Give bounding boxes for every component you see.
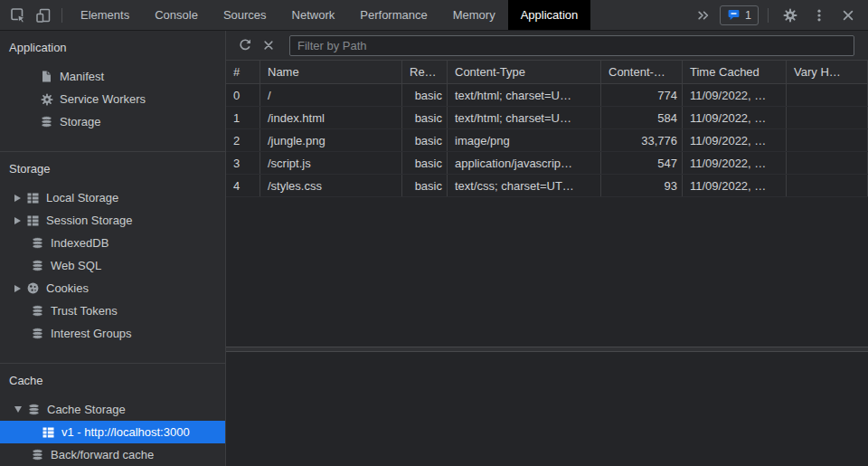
sidebar-item-v1-http-localhost-3000[interactable]: v1 - http://localhost:3000	[0, 421, 225, 443]
column-header-content[interactable]: Content-…	[601, 61, 683, 83]
close-icon[interactable]	[835, 3, 861, 28]
issues-count: 1	[745, 9, 751, 22]
database-icon	[31, 236, 44, 250]
cell: 3	[226, 152, 260, 174]
cell: 11/09/2022, …	[683, 107, 787, 128]
cell: text/html; charset=U…	[448, 84, 601, 106]
cell	[787, 129, 868, 151]
settings-gear-icon[interactable]	[778, 3, 803, 28]
section-title: Application	[0, 36, 225, 60]
more-tabs-icon[interactable]	[691, 3, 716, 28]
sidebar-item-label: Cookies	[46, 281, 89, 295]
table-header-row: #NameRe…Content-TypeContent-…Time Cached…	[226, 61, 868, 84]
triangle-right-icon[interactable]	[14, 195, 21, 202]
kebab-menu-icon[interactable]	[807, 3, 832, 28]
cell: 11/09/2022, …	[683, 175, 787, 196]
refresh-icon[interactable]	[233, 33, 257, 57]
tab-elements[interactable]: Elements	[68, 0, 142, 30]
cookie-icon	[26, 281, 40, 295]
triangle-right-icon[interactable]	[14, 217, 21, 224]
cell: 584	[601, 107, 683, 128]
cell: 11/09/2022, …	[683, 129, 787, 151]
sidebar-item-label: Service Workers	[60, 92, 146, 106]
clear-icon[interactable]	[257, 33, 280, 57]
table-row[interactable]: 3/script.jsbasicapplication/javascrip…54…	[226, 152, 868, 175]
sidebar-item-label: Web SQL	[51, 259, 101, 272]
sidebar-item-local-storage[interactable]: Local Storage	[0, 186, 225, 209]
column-header-name[interactable]: Name	[260, 61, 402, 83]
table-row[interactable]: 0/basictext/html; charset=U…77411/09/202…	[226, 84, 868, 107]
column-header-vary-h[interactable]: Vary H…	[787, 61, 868, 83]
cell: 547	[601, 152, 683, 174]
sidebar-item-label: Session Storage	[46, 214, 132, 227]
sidebar-item-trust-tokens[interactable]: Trust Tokens	[0, 300, 225, 322]
cell: /script.js	[260, 152, 402, 174]
toolbar-divider	[61, 8, 62, 23]
section-title: Storage	[0, 157, 225, 181]
cell: 33,776	[601, 129, 683, 151]
cell: /styles.css	[260, 175, 402, 196]
tab-network[interactable]: Network	[279, 0, 348, 30]
sidebar-item-back-forward-cache[interactable]: Back/forward cache	[0, 443, 225, 466]
cell	[787, 84, 868, 106]
sidebar-item-manifest[interactable]: Manifest	[0, 65, 225, 88]
sidebar-item-label: Back/forward cache	[51, 448, 154, 461]
triangle-down-icon[interactable]	[14, 406, 22, 413]
sidebar-item-label: Storage	[60, 115, 101, 128]
table-empty-area	[226, 197, 868, 347]
sidebar-item-interest-groups[interactable]: Interest Groups	[0, 322, 225, 345]
table-icon	[26, 214, 40, 227]
cell: text/html; charset=U…	[448, 107, 601, 128]
sidebar-item-web-sql[interactable]: Web SQL	[0, 254, 225, 277]
issues-button[interactable]: 1	[720, 5, 759, 25]
application-sidebar: ApplicationManifestService WorkersStorag…	[0, 31, 226, 466]
cell: 4	[226, 175, 260, 196]
cell: 1	[226, 107, 260, 128]
gear-icon	[40, 92, 53, 106]
table-row[interactable]: 4/styles.cssbasictext/css; charset=UT…93…	[226, 175, 868, 197]
database-icon	[31, 304, 44, 318]
tab-application[interactable]: Application	[508, 0, 591, 30]
tab-console[interactable]: Console	[142, 0, 211, 30]
tab-memory[interactable]: Memory	[440, 0, 508, 30]
sidebar-section-cache: CacheCache Storagev1 - http://localhost:…	[0, 363, 225, 466]
database-icon	[31, 448, 44, 461]
sidebar-item-storage[interactable]: Storage	[0, 110, 225, 133]
sidebar-item-service-workers[interactable]: Service Workers	[0, 88, 225, 110]
column-header-re[interactable]: Re…	[402, 61, 448, 83]
filter-by-path-input[interactable]	[289, 35, 854, 56]
database-icon	[31, 327, 44, 340]
cell: 0	[226, 84, 260, 106]
cell: /jungle.png	[260, 129, 402, 151]
tab-sources[interactable]: Sources	[211, 0, 279, 30]
cell: 11/09/2022, …	[683, 152, 787, 174]
cell: application/javascrip…	[448, 152, 601, 174]
cache-storage-panel: #NameRe…Content-TypeContent-…Time Cached…	[226, 31, 868, 466]
issues-icon	[727, 8, 741, 22]
cell: /index.html	[260, 107, 402, 128]
sidebar-item-label: Trust Tokens	[51, 304, 118, 318]
column-header-content-type[interactable]: Content-Type	[448, 61, 601, 83]
section-title: Cache	[0, 369, 225, 393]
tab-performance[interactable]: Performance	[347, 0, 439, 30]
devtools-body: ApplicationManifestService WorkersStorag…	[0, 31, 868, 466]
sidebar-item-session-storage[interactable]: Session Storage	[0, 209, 225, 232]
cell: 774	[601, 84, 683, 106]
sidebar-item-indexeddb[interactable]: IndexedDB	[0, 232, 225, 254]
sidebar-item-label: Interest Groups	[51, 327, 132, 340]
column-header-col0[interactable]: #	[226, 61, 260, 83]
inspect-icon[interactable]	[5, 3, 31, 28]
file-icon	[40, 70, 53, 83]
cell: image/png	[448, 129, 601, 151]
table-row[interactable]: 1/index.htmlbasictext/html; charset=U…58…	[226, 107, 868, 129]
devtools-tab-bar: ElementsConsoleSourcesNetworkPerformance…	[0, 0, 868, 31]
cache-toolbar	[226, 31, 868, 61]
table-row[interactable]: 2/jungle.pngbasicimage/png33,77611/09/20…	[226, 129, 868, 152]
sidebar-item-cache-storage[interactable]: Cache Storage	[0, 398, 225, 421]
toolbar-divider	[768, 8, 769, 23]
table-icon	[26, 191, 40, 204]
device-toolbar-icon[interactable]	[31, 3, 56, 28]
triangle-right-icon[interactable]	[14, 285, 21, 292]
column-header-time-cached[interactable]: Time Cached	[683, 61, 787, 83]
sidebar-item-cookies[interactable]: Cookies	[0, 277, 225, 300]
